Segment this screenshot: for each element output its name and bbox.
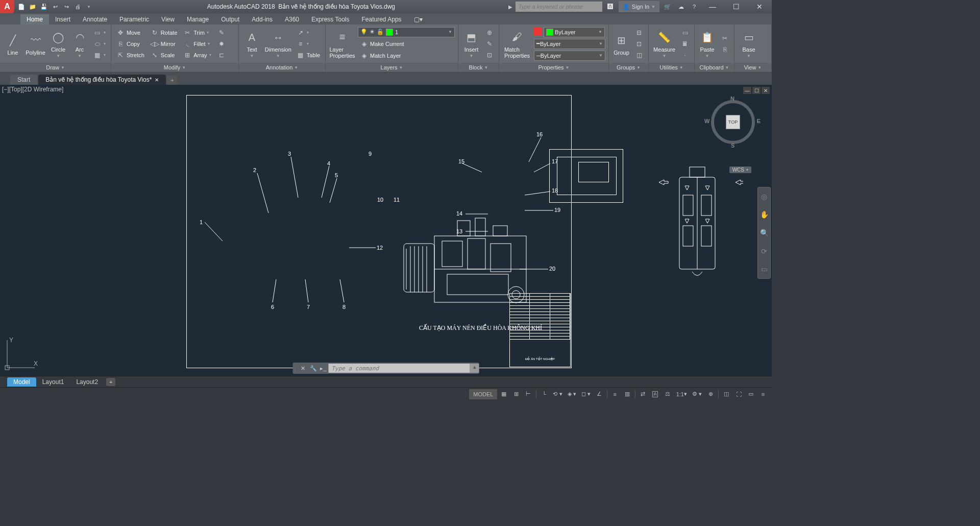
cmd-expand-icon[interactable]: ▴ [470, 364, 479, 373]
paste-button[interactable]: 📋Paste▼ [698, 28, 717, 59]
file-tab-active[interactable]: Bản vẽ hệ thống điều hòa Toyota Vios* ✕ [38, 75, 166, 85]
cycling-icon[interactable]: ⇄ [638, 389, 649, 399]
otrack-icon[interactable]: ∠ [594, 389, 605, 399]
add-layout-button[interactable]: + [106, 378, 115, 386]
tab-overflow-icon[interactable]: ▢▾ [408, 14, 429, 25]
rect-button[interactable]: ▭▾ [91, 28, 108, 38]
customize-icon[interactable]: ≡ [757, 389, 769, 399]
osnap-icon[interactable]: ◻ ▾ [579, 389, 593, 399]
maximize-button[interactable]: ☐ [726, 0, 746, 13]
tab-annotate[interactable]: Annotate [77, 14, 113, 25]
tab-parametric[interactable]: Parametric [113, 14, 155, 25]
annoscale-icon[interactable]: 🄰 [650, 389, 661, 399]
cut-button[interactable]: ✂ [719, 33, 731, 43]
line-button[interactable]: ╱Line [3, 31, 22, 57]
tab-featured[interactable]: Featured Apps [356, 14, 408, 25]
tab-addins[interactable]: Add-ins [246, 14, 279, 25]
help-search-input[interactable] [516, 2, 602, 12]
lineweight-icon[interactable]: ≡ [609, 389, 621, 399]
rotate-button[interactable]: ↻Rotate [149, 28, 179, 38]
vp-max-icon[interactable]: ☐ [752, 87, 761, 94]
circle-button[interactable]: ◯Circle▼ [48, 28, 68, 59]
arc-button[interactable]: ◠Arc▼ [70, 28, 89, 59]
cleanscreen-icon[interactable]: ▭ [745, 389, 756, 399]
isolate-icon[interactable]: ◫ [721, 389, 732, 399]
compass-s[interactable]: S [731, 142, 734, 149]
copy-button[interactable]: ⎘Copy [114, 39, 146, 49]
status-model[interactable]: MODEL [469, 389, 497, 399]
tab-a360[interactable]: A360 [279, 14, 305, 25]
grid-icon[interactable]: ▦ [498, 389, 509, 399]
edit-attr-button[interactable]: ⊡ [483, 50, 496, 60]
undo-icon[interactable]: ↩ [50, 2, 60, 12]
quickcalc-button[interactable]: 🖩 [679, 39, 691, 49]
new-icon[interactable]: 📄 [16, 2, 27, 12]
linetype-dropdown[interactable]: ─ ByLayer▼ [534, 51, 605, 61]
tab-output[interactable]: Output [215, 14, 246, 25]
redo-icon[interactable]: ↪ [61, 2, 71, 12]
autodesk-icon[interactable]: 🅰 [605, 2, 616, 12]
exchange-icon[interactable]: 🛒 [663, 2, 673, 12]
infer-icon[interactable]: ⊢ [523, 389, 534, 399]
wcs-badge[interactable]: WCS▾ [729, 166, 751, 173]
annovis-icon[interactable]: ⚖ [662, 389, 673, 399]
base-button[interactable]: ▭Base▼ [738, 28, 760, 59]
match-properties-button[interactable]: 🖌Match Properties [502, 28, 532, 60]
workspace-icon[interactable]: ⚙ ▾ [690, 389, 704, 399]
minimize-button[interactable]: — [702, 0, 723, 13]
tab-express[interactable]: Express Tools [305, 14, 355, 25]
compass-w[interactable]: W [704, 118, 709, 124]
color-dropdown[interactable]: ByLayer▼ [544, 27, 605, 37]
orbit-icon[interactable]: ⟳ [758, 242, 770, 260]
command-input[interactable] [329, 364, 470, 373]
print-icon[interactable]: 🖨 [72, 2, 83, 12]
explode-button[interactable]: ✸ [215, 39, 228, 49]
ellipse-button[interactable]: ⬭▾ [91, 39, 108, 49]
table-button[interactable]: ▦Table [295, 50, 322, 60]
open-icon[interactable]: 📁 [28, 2, 38, 12]
dimension-button[interactable]: ↔Dimension▼ [264, 28, 292, 59]
leader-button[interactable]: ↗▾ [295, 28, 322, 38]
viewport-control[interactable]: [−][Top][2D Wireframe] [2, 86, 63, 93]
fillet-button[interactable]: ◟Fillet▾ [181, 39, 213, 49]
tab-view[interactable]: View [155, 14, 181, 25]
view-cube[interactable]: TOP N S E W [708, 98, 757, 147]
create-block-button[interactable]: ⊕ [483, 28, 496, 38]
color-icon[interactable] [534, 27, 542, 35]
copyclip-button[interactable]: ⎘ [719, 44, 731, 55]
move-button[interactable]: ✥Move [114, 28, 146, 38]
ungroup-button[interactable]: ⊟ [633, 28, 645, 38]
erase-button[interactable]: ✎ [215, 28, 228, 38]
group-button[interactable]: ⊞Group [612, 31, 631, 57]
snap-icon[interactable]: ⊞ [510, 389, 522, 399]
zoom-icon[interactable]: 🔍 [758, 224, 770, 242]
text-button[interactable]: AText▼ [242, 28, 262, 59]
compass-e[interactable]: E [757, 118, 761, 124]
qat-dropdown-icon[interactable]: ▼ [84, 2, 94, 12]
isodraft-icon[interactable]: ◈ ▾ [566, 389, 578, 399]
steering-wheel-icon[interactable]: ◎ [758, 187, 770, 206]
signin-button[interactable]: 👤 Sign In ▼ [619, 1, 659, 12]
viewport[interactable]: [−][Top][2D Wireframe] — ☐ ✕ [0, 85, 772, 376]
layout-1[interactable]: Layout1 [36, 377, 70, 387]
add-tab-button[interactable]: + [167, 76, 177, 85]
tab-insert[interactable]: Insert [49, 14, 77, 25]
help-icon[interactable]: ? [689, 2, 699, 12]
pan-icon[interactable]: ✋ [758, 206, 770, 224]
make-current-button[interactable]: ◈Make Current [358, 39, 455, 49]
match-layer-button[interactable]: ◈Match Layer [358, 51, 455, 61]
mtext-button[interactable]: ≡▾ [295, 39, 322, 49]
search-chevron-icon[interactable]: ▶ [508, 4, 512, 10]
hatch-button[interactable]: ▦▾ [91, 50, 108, 60]
a360-icon[interactable]: ☁ [676, 2, 686, 12]
array-button[interactable]: ⊞Array▾ [181, 50, 213, 60]
transparency-icon[interactable]: ▥ [622, 389, 633, 399]
select-button[interactable]: ▭ [679, 28, 691, 38]
tab-home[interactable]: Home [20, 14, 49, 25]
lineweight-dropdown[interactable]: ━ ByLayer▼ [534, 39, 605, 49]
viewcube-top[interactable]: TOP [726, 115, 740, 129]
close-tab-icon[interactable]: ✕ [155, 77, 159, 83]
vp-min-icon[interactable]: — [743, 87, 751, 94]
stretch-button[interactable]: ⇱Stretch [114, 50, 146, 60]
group-edit-button[interactable]: ⊡ [633, 39, 645, 49]
